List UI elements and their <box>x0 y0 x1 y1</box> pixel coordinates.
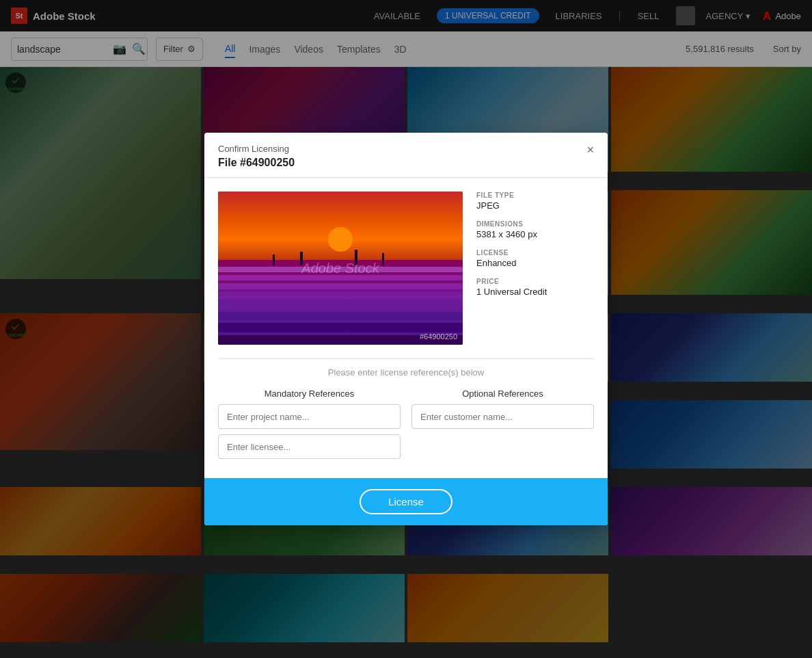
license-prompt: Please enter license reference(s) below <box>218 359 594 378</box>
modal-image-section: Adobe Stock #64900250 FILE TYPE JPEG DIM… <box>218 192 594 345</box>
mandatory-ref-title: Mandatory References <box>218 389 401 399</box>
meta-license: LICENSE Enhanced <box>476 249 594 268</box>
license-divider: Please enter license reference(s) below <box>218 358 594 378</box>
modal-header: Confirm Licensing File #64900250 × <box>204 133 608 178</box>
svg-rect-11 <box>300 252 303 265</box>
modal-file-id: File #64900250 <box>218 157 295 169</box>
preview-file-id-label: #64900250 <box>420 332 457 341</box>
confirm-licensing-modal: Confirm Licensing File #64900250 × <box>204 133 608 525</box>
customer-name-input[interactable] <box>411 404 594 429</box>
modal-preview-image: Adobe Stock #64900250 <box>218 192 463 345</box>
modal-close-button[interactable]: × <box>586 144 594 156</box>
svg-rect-12 <box>355 250 357 265</box>
mandatory-references-col: Mandatory References <box>218 389 401 464</box>
meta-dimensions: DIMENSIONS 5381 x 3460 px <box>476 220 594 239</box>
preview-image-bg <box>218 192 463 345</box>
svg-rect-5 <box>218 283 463 289</box>
svg-rect-9 <box>218 323 463 332</box>
svg-rect-4 <box>218 275 463 280</box>
modal-metadata: FILE TYPE JPEG DIMENSIONS 5381 x 3460 px… <box>476 192 594 345</box>
optional-ref-title: Optional References <box>411 389 594 399</box>
modal-overlay[interactable]: Confirm Licensing File #64900250 × <box>0 0 812 658</box>
svg-rect-7 <box>218 302 463 309</box>
meta-file-type: FILE TYPE JPEG <box>476 192 594 211</box>
license-button[interactable]: License <box>360 489 452 514</box>
svg-point-2 <box>328 227 353 252</box>
svg-rect-6 <box>218 292 463 299</box>
licensee-input[interactable] <box>218 434 401 459</box>
preview-svg <box>218 192 463 345</box>
optional-references-col: Optional References <box>411 389 594 464</box>
svg-rect-13 <box>382 253 384 265</box>
svg-rect-14 <box>273 254 275 265</box>
project-name-input[interactable] <box>218 404 401 429</box>
svg-rect-3 <box>218 267 463 272</box>
modal-title: Confirm Licensing <box>218 144 295 154</box>
svg-rect-8 <box>218 312 463 320</box>
modal-footer: License <box>204 478 608 525</box>
modal-body: Adobe Stock #64900250 FILE TYPE JPEG DIM… <box>204 178 608 478</box>
modal-references: Mandatory References Optional References <box>218 389 594 464</box>
meta-price: PRICE 1 Universal Credit <box>476 278 594 297</box>
